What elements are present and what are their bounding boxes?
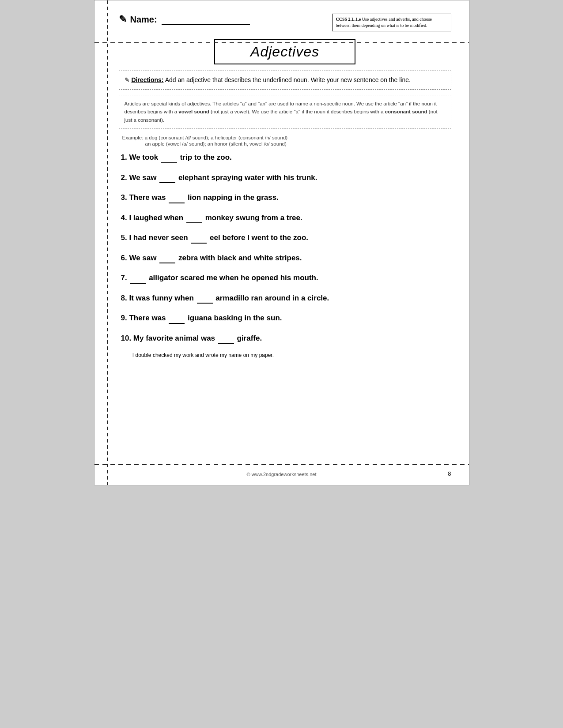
top-dashed-border: [94, 42, 469, 43]
footer: © www.2ndgradeworksheets.net: [94, 472, 469, 477]
ccss-code: CCSS 2.L.1.e: [336, 17, 361, 22]
self-check-blank[interactable]: [119, 352, 131, 358]
question-5: 5. I had never seen eel before I went to…: [121, 231, 451, 244]
header-section: ✎ Name: CCSS 2.L.1.e Use adjectives and …: [119, 14, 451, 31]
q3-blank[interactable]: [169, 191, 185, 203]
q8-num: 8.: [121, 294, 127, 302]
name-field: ✎ Name:: [119, 14, 250, 25]
info-mid: (not just a vowel). We use the article "…: [211, 109, 383, 114]
question-6: 6. We saw zebra with black and white str…: [121, 251, 451, 264]
name-label: Name:: [130, 15, 157, 25]
question-1: 1. We took trip to the zoo.: [121, 151, 451, 163]
ccss-standards-box: CCSS 2.L.1.e Use adjectives and adverbs,…: [332, 14, 451, 31]
q3-num: 3.: [121, 193, 127, 202]
q7-num: 7.: [121, 274, 127, 282]
q1-num: 1.: [121, 153, 127, 161]
worksheet-page: ✎ Name: CCSS 2.L.1.e Use adjectives and …: [94, 0, 469, 485]
questions-section: 1. We took trip to the zoo. 2. We saw el…: [119, 151, 451, 344]
question-7: 7. alligator scared me when he opened hi…: [121, 271, 451, 284]
q9-blank[interactable]: [169, 311, 185, 324]
question-8: 8. It was funny when armadillo ran aroun…: [121, 292, 451, 304]
page-number: 8: [448, 470, 451, 477]
question-10: 10. My favorite animal was giraffe.: [121, 332, 451, 344]
q10-num: 10.: [121, 334, 132, 342]
directions-text: Add an adjective that describes the unde…: [165, 76, 411, 83]
question-9: 9. There was iguana basking in the sun.: [121, 311, 451, 324]
directions-box: ✎ Directions: Add an adjective that desc…: [119, 71, 451, 90]
q1-blank[interactable]: [161, 151, 177, 163]
q9-num: 9.: [121, 314, 127, 322]
q8-blank[interactable]: [197, 292, 213, 304]
example-line-2: an apple (vowel /a/ sound); an honor (si…: [119, 141, 451, 146]
question-2: 2. We saw elephant spraying water with h…: [121, 171, 451, 184]
q5-num: 5.: [121, 233, 127, 242]
example-line-1: Example: a dog (consonant /d/ sound); a …: [119, 135, 451, 140]
bottom-dashed-border: [94, 464, 469, 465]
q2-blank[interactable]: [159, 171, 175, 184]
name-underline: [162, 14, 250, 25]
q4-num: 4.: [121, 214, 127, 222]
q6-blank[interactable]: [159, 251, 175, 264]
left-dashed-border: [107, 0, 108, 485]
pencil-icon: ✎: [119, 14, 127, 25]
self-check: I double checked my work and wrote my na…: [119, 352, 451, 358]
q4-blank[interactable]: [186, 211, 202, 224]
self-check-text: I double checked my work and wrote my na…: [132, 352, 274, 358]
question-4: 4. I laughed when monkey swung from a tr…: [121, 211, 451, 224]
directions-icon: ✎: [125, 76, 130, 83]
page-title: Adjectives: [250, 44, 319, 60]
info-consonant-bold: consonant sound: [385, 109, 427, 114]
q5-blank[interactable]: [191, 231, 207, 244]
info-box: Articles are special kinds of adjectives…: [119, 95, 451, 129]
question-3: 3. There was lion napping in the grass.: [121, 191, 451, 203]
q2-num: 2.: [121, 173, 127, 182]
info-vowel-bold: vowel sound: [178, 109, 209, 114]
footer-copyright: © www.2ndgradeworksheets.net: [247, 472, 317, 477]
q10-blank[interactable]: [218, 332, 234, 344]
q7-blank[interactable]: [130, 271, 146, 284]
directions-label: Directions:: [131, 76, 163, 83]
q6-num: 6.: [121, 254, 127, 262]
